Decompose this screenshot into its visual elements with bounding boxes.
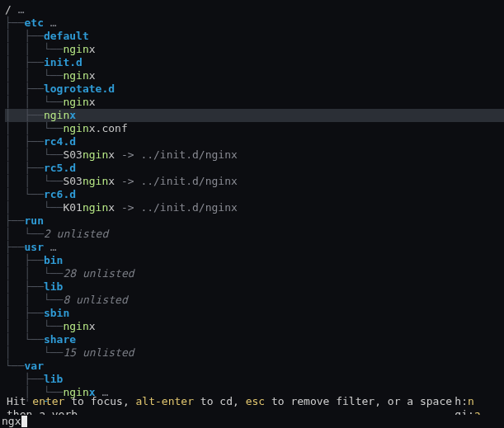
tree-guide: │ ├── bbox=[5, 135, 44, 148]
name-pre: K01 bbox=[63, 201, 82, 214]
dir-name: x bbox=[69, 109, 76, 122]
name-match: ngin bbox=[82, 148, 108, 162]
tree-guide: │ └── bbox=[5, 333, 44, 346]
tree-row[interactable]: │ │ └──nginx.conf bbox=[5, 122, 504, 135]
tree-guide: │ └── bbox=[5, 188, 44, 201]
file-name: x bbox=[89, 69, 96, 82]
flag-key: n bbox=[468, 395, 474, 407]
tree-row[interactable]: └──var bbox=[5, 360, 504, 373]
tree-row[interactable]: │ ├──lib bbox=[5, 280, 504, 294]
tree-guide: │ │ └── bbox=[5, 175, 63, 188]
dir-name: lib bbox=[44, 280, 63, 294]
name-match: ngin bbox=[82, 175, 108, 188]
tree-row[interactable]: │ └──share bbox=[5, 333, 504, 346]
help-text-part: Hit bbox=[7, 395, 32, 407]
dir-name: usr bbox=[24, 241, 43, 254]
tree-row[interactable]: │ └──15 unlisted bbox=[5, 346, 504, 360]
tree-row[interactable]: ├──usr … bbox=[5, 241, 504, 254]
tree-row[interactable]: │ └──2 unlisted bbox=[5, 228, 504, 241]
tree-row[interactable]: │ ├──rc5.d bbox=[5, 162, 504, 175]
tree-row[interactable]: │ │ └──8 unlisted bbox=[5, 294, 504, 307]
tree-row[interactable]: │ ├──bin bbox=[5, 254, 504, 267]
filter-input-value[interactable]: ngx bbox=[0, 415, 21, 428]
tree-guide: │ │ └── bbox=[5, 69, 63, 82]
name-match: ngin bbox=[63, 122, 88, 135]
tree-guide: ├── bbox=[5, 214, 24, 228]
dir-name: logrotate.d bbox=[44, 82, 115, 96]
help-text-part: to cd, bbox=[194, 395, 246, 407]
file-name: x bbox=[89, 43, 96, 56]
tree-guide: │ │ └── bbox=[5, 122, 63, 135]
file-name: x.conf bbox=[89, 122, 128, 135]
tree-row[interactable]: │ ├──init.d bbox=[5, 56, 504, 69]
tree-guide: ├── bbox=[5, 373, 44, 386]
tree-row[interactable]: │ └──K01nginx -> ../init.d/nginx bbox=[5, 201, 504, 214]
name-match: ngin bbox=[44, 109, 69, 122]
tree-guide: │ │ └── bbox=[5, 320, 63, 333]
name-match: ngin bbox=[63, 96, 88, 109]
tree-guide: │ │ └── bbox=[5, 294, 63, 307]
tree-row[interactable]: │ │ └──nginx bbox=[5, 96, 504, 109]
symlink-target: -> ../init.d/nginx bbox=[115, 175, 238, 188]
tree-row[interactable]: │ ├──rc4.d bbox=[5, 135, 504, 148]
name-pre: S03 bbox=[63, 175, 82, 188]
tree-row[interactable]: │ ├──default bbox=[5, 30, 504, 43]
file-name: x bbox=[108, 201, 115, 214]
dir-name: var bbox=[24, 360, 43, 373]
symlink-target: -> ../init.d/nginx bbox=[115, 148, 238, 162]
help-key: alt-enter bbox=[136, 395, 194, 407]
symlink-target: -> ../init.d/nginx bbox=[115, 201, 238, 214]
file-name: x bbox=[89, 96, 96, 109]
tree-guide: │ ├── bbox=[5, 82, 44, 96]
file-tree[interactable]: / …├──etc …│ ├──default│ │ └──nginx│ ├──… bbox=[5, 3, 504, 426]
file-name: x bbox=[89, 320, 96, 333]
tree-row[interactable]: │ │ └──nginx bbox=[5, 43, 504, 56]
tree-guide: │ ├── bbox=[5, 280, 44, 294]
tree-row[interactable]: │ └──rc6.d bbox=[5, 188, 504, 201]
tree-row[interactable]: │ │ └──28 unlisted bbox=[5, 267, 504, 280]
tree-row[interactable]: │ │ └──nginx bbox=[5, 320, 504, 333]
tree-row[interactable]: ├──etc … bbox=[5, 16, 504, 30]
tree-guide: │ ├── bbox=[5, 56, 44, 69]
terminal-viewport[interactable]: / …├──etc …│ ├──default│ │ └──nginx│ ├──… bbox=[0, 0, 504, 428]
tree-row[interactable]: │ │ └──S03nginx -> ../init.d/nginx bbox=[5, 175, 504, 188]
ellipsis: … bbox=[44, 241, 57, 254]
tree-row[interactable]: │ │ └──nginx bbox=[5, 69, 504, 82]
help-text-part: to focus, bbox=[64, 395, 135, 407]
tree-root[interactable]: / … bbox=[5, 3, 504, 16]
name-pre: S03 bbox=[63, 148, 82, 162]
tree-row[interactable]: │ ├──sbin bbox=[5, 307, 504, 320]
help-key: esc bbox=[246, 395, 265, 407]
dir-name: run bbox=[24, 214, 43, 228]
tree-row[interactable]: │ ├──logrotate.d bbox=[5, 82, 504, 96]
unlisted-count: 2 unlisted bbox=[44, 228, 108, 241]
name-match: ngin bbox=[63, 320, 88, 333]
name-match: ngin bbox=[63, 43, 88, 56]
tree-guide: ├── bbox=[5, 241, 24, 254]
cursor bbox=[21, 416, 27, 427]
dir-name: rc6.d bbox=[44, 188, 76, 201]
dir-name: rc4.d bbox=[44, 135, 76, 148]
help-key: enter bbox=[32, 395, 64, 407]
tree-guide: │ ├── bbox=[5, 162, 44, 175]
tree-row[interactable]: │ │ └──S03nginx -> ../init.d/nginx bbox=[5, 148, 504, 162]
tree-row[interactable]: ├──run bbox=[5, 214, 504, 228]
tree-guide: │ │ └── bbox=[5, 267, 63, 280]
dir-name: rc5.d bbox=[44, 162, 76, 175]
tree-row[interactable]: ├──lib bbox=[5, 373, 504, 386]
name-match: ngin bbox=[82, 201, 108, 214]
filter-input-bar[interactable]: ngx bbox=[0, 415, 504, 428]
tree-row[interactable]: │ ├──nginx bbox=[5, 109, 504, 122]
tree-guide: │ └── bbox=[5, 346, 63, 360]
tree-guide: │ └── bbox=[5, 228, 44, 241]
dir-name: share bbox=[44, 333, 76, 346]
dir-name: init.d bbox=[44, 56, 82, 69]
tree-guide: │ ├── bbox=[5, 307, 44, 320]
flag-label: h: bbox=[455, 395, 468, 407]
dir-name: sbin bbox=[44, 307, 69, 320]
unlisted-count: 8 unlisted bbox=[63, 294, 127, 307]
unlisted-count: 15 unlisted bbox=[63, 346, 134, 360]
dir-name: bin bbox=[44, 254, 63, 267]
dir-name: etc bbox=[24, 16, 43, 30]
file-name: x bbox=[108, 175, 115, 188]
